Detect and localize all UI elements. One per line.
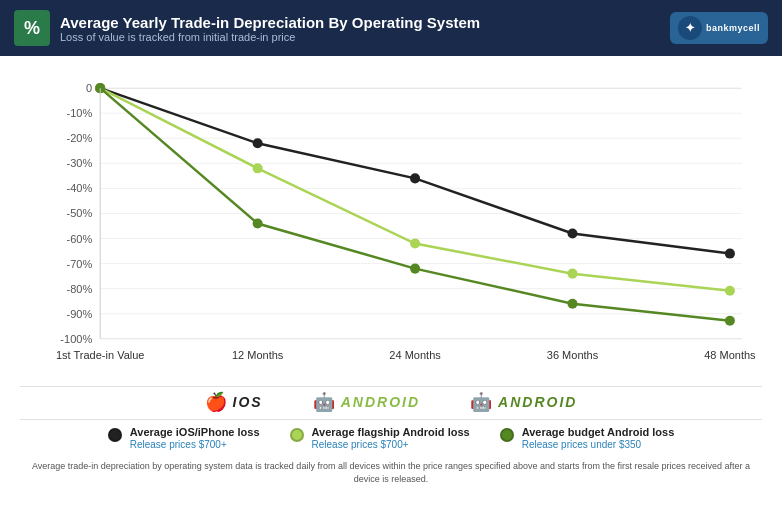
footer-note: Average trade-in depreciation by operati… xyxy=(0,456,782,489)
budget-legend-dot xyxy=(500,428,514,442)
svg-text:-40%: -40% xyxy=(66,182,92,194)
legend-os-ios: 🍎 iOS xyxy=(205,391,263,413)
svg-text:-50%: -50% xyxy=(66,207,92,219)
percent-icon: % xyxy=(14,10,50,46)
budget-dot-4 xyxy=(725,316,735,326)
legend-os: 🍎 iOS 🤖 ANDROID 🤖 ANDROID xyxy=(20,386,762,420)
flagship-dot-1 xyxy=(253,163,263,173)
flagship-dot-3 xyxy=(567,269,577,279)
svg-text:48 Months: 48 Months xyxy=(704,349,756,361)
chart-svg: 0 -10% -20% -30% -40% -50% -60% -70% -80… xyxy=(20,66,762,381)
chart-area: 0 -10% -20% -30% -40% -50% -60% -70% -80… xyxy=(0,56,782,386)
android-flagship-icon: 🤖 xyxy=(313,391,335,413)
chart-title: Average Yearly Trade-in Depreciation By … xyxy=(60,14,480,31)
svg-text:-60%: -60% xyxy=(66,233,92,245)
budget-dot-1 xyxy=(253,218,263,228)
svg-text:36 Months: 36 Months xyxy=(547,349,599,361)
android-budget-icon: 🤖 xyxy=(470,391,492,413)
ios-legend-dot xyxy=(108,428,122,442)
flagship-legend-dot xyxy=(290,428,304,442)
budget-dot-3 xyxy=(567,299,577,309)
brand-icon: ✦ xyxy=(678,16,702,40)
svg-text:-90%: -90% xyxy=(66,308,92,320)
svg-text:-20%: -20% xyxy=(66,132,92,144)
ios-dot-1 xyxy=(253,138,263,148)
svg-text:-10%: -10% xyxy=(66,107,92,119)
legend-os-android-flagship: 🤖 ANDROID xyxy=(313,391,420,413)
android-budget-label: ANDROID xyxy=(498,394,577,410)
svg-text:0: 0 xyxy=(86,82,92,94)
flagship-legend-text: Average flagship Android loss Release pr… xyxy=(312,426,470,450)
brand-logo: ✦ bankmycell xyxy=(670,12,768,44)
ios-dot-4 xyxy=(725,249,735,259)
legend-ios: Average iOS/iPhone loss Release prices $… xyxy=(108,426,260,450)
ios-label: iOS xyxy=(233,394,263,410)
header-text: Average Yearly Trade-in Depreciation By … xyxy=(60,14,480,43)
header: % Average Yearly Trade-in Depreciation B… xyxy=(0,0,782,56)
apple-icon: 🍎 xyxy=(205,391,227,413)
legend-flagship: Average flagship Android loss Release pr… xyxy=(290,426,470,450)
svg-text:-100%: -100% xyxy=(60,333,92,345)
legend-os-android-budget: 🤖 ANDROID xyxy=(470,391,577,413)
svg-text:-70%: -70% xyxy=(66,258,92,270)
header-left: % Average Yearly Trade-in Depreciation B… xyxy=(14,10,480,46)
legend-budget: Average budget Android loss Release pric… xyxy=(500,426,675,450)
svg-text:12 Months: 12 Months xyxy=(232,349,284,361)
budget-legend-text: Average budget Android loss Release pric… xyxy=(522,426,675,450)
svg-text:24 Months: 24 Months xyxy=(389,349,441,361)
svg-text:-80%: -80% xyxy=(66,283,92,295)
svg-text:1st Trade-in Value: 1st Trade-in Value xyxy=(56,349,145,361)
budget-dot-2 xyxy=(410,264,420,274)
brand-name: bankmycell xyxy=(706,23,760,33)
android-flagship-label: ANDROID xyxy=(341,394,420,410)
ios-legend-text: Average iOS/iPhone loss Release prices $… xyxy=(130,426,260,450)
svg-text:-30%: -30% xyxy=(66,157,92,169)
flagship-dot-4 xyxy=(725,286,735,296)
ios-dot-3 xyxy=(567,229,577,239)
legend-lines: Average iOS/iPhone loss Release prices $… xyxy=(0,420,782,456)
ios-dot-2 xyxy=(410,173,420,183)
flagship-dot-2 xyxy=(410,239,420,249)
chart-subtitle: Loss of value is tracked from initial tr… xyxy=(60,31,480,43)
